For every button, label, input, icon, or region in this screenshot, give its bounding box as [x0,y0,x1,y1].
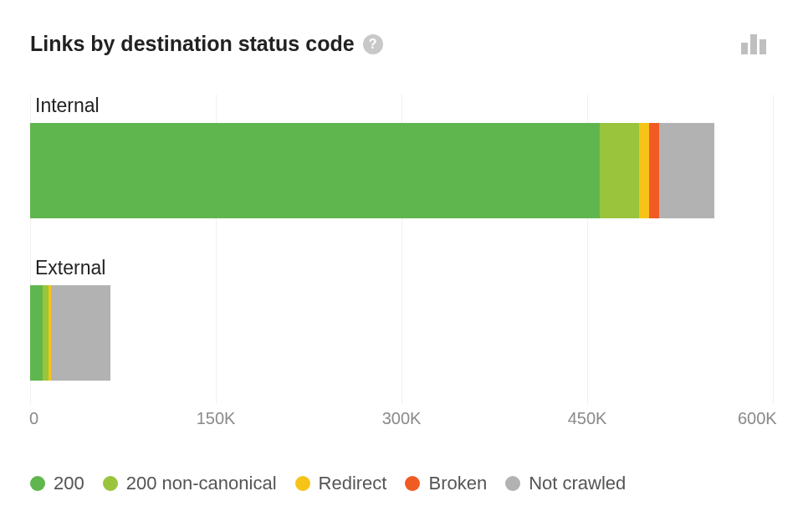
legend-label: 200 non-canonical [126,473,277,494]
legend-swatch [30,476,45,491]
bar-segment[interactable] [600,123,639,218]
x-tick-label: 600K [738,409,777,428]
bar-segment[interactable] [649,123,659,218]
legend-swatch [505,476,520,491]
legend-label: 200 [54,473,84,494]
chart-legend: 200200 non-canonicalRedirectBrokenNot cr… [30,473,773,494]
legend-swatch [103,476,118,491]
legend-label: Redirect [319,473,387,494]
x-tick-label: 150K [197,409,236,428]
legend-item[interactable]: Not crawled [505,473,626,494]
legend-item[interactable]: Redirect [295,473,387,494]
legend-label: Broken [428,473,487,494]
x-tick-label: 300K [382,409,422,428]
bar-segment[interactable] [43,285,49,381]
stacked-bar [30,123,714,218]
chart-title: Links by destination status code [30,32,355,56]
bar-segment[interactable] [30,123,600,218]
category-label: Internal [35,95,100,117]
stacked-bar [30,285,110,381]
legend-item[interactable]: 200 non-canonical [103,473,277,494]
legend-label: Not crawled [529,473,626,494]
gridline [773,95,774,404]
help-icon[interactable]: ? [363,34,383,54]
bar-segment[interactable] [659,123,715,218]
legend-swatch [405,476,420,491]
chart-plot: InternalExternal 0150K300K450K600K [30,95,773,422]
bar-segment[interactable] [51,285,110,381]
bar-segment[interactable] [639,123,649,218]
bar-chart-icon[interactable] [741,34,773,54]
bar-segment[interactable] [30,285,43,381]
category-label: External [35,257,105,279]
title-wrap: Links by destination status code ? [30,32,383,56]
x-tick-label: 0 [29,409,38,428]
legend-item[interactable]: 200 [30,473,84,494]
chart-header: Links by destination status code ? [30,32,773,56]
legend-swatch [295,476,310,491]
legend-item[interactable]: Broken [405,473,487,494]
x-tick-label: 450K [568,409,607,428]
